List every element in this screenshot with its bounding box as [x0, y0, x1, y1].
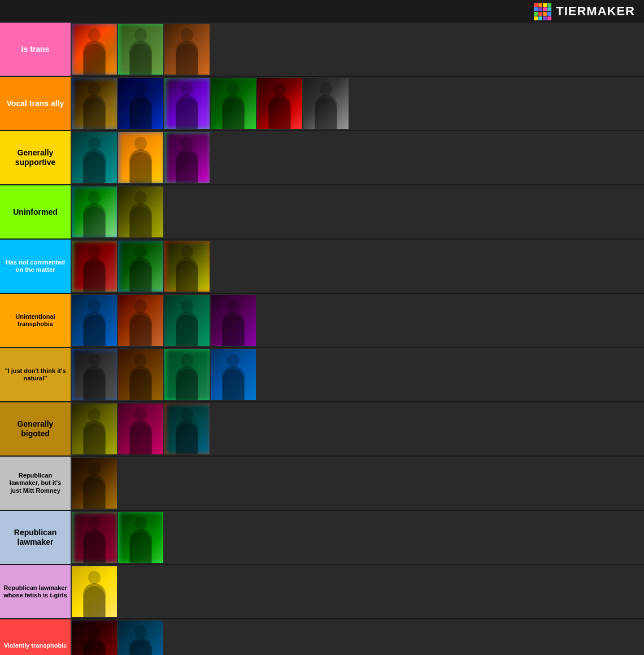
logo-cell: [538, 3, 542, 7]
character-card[interactable]: [211, 78, 256, 129]
logo-grid: [534, 3, 551, 20]
tier-images-generally-supportive: [71, 131, 644, 184]
logo-cell: [547, 3, 551, 7]
character-card[interactable]: [72, 566, 117, 617]
character-card[interactable]: [164, 132, 210, 183]
tier-images-vocal-ally: [71, 77, 644, 130]
app-container: TieRMaKeR Is transVocal trans allyGenera…: [0, 0, 644, 655]
tier-images-unintentional: [71, 294, 644, 347]
character-card[interactable]: [164, 24, 210, 75]
tier-images-just-dont-think: [71, 348, 644, 401]
character-card[interactable]: [118, 349, 163, 400]
logo-cell: [534, 16, 538, 20]
tier-row-republican-fetish: Republican lawmaker whose fetish is t-gi…: [0, 565, 644, 619]
tier-list: Is transVocal trans allyGenerally suppor…: [0, 23, 644, 655]
tier-row-has-not-commented: Has not commented on the matter: [0, 240, 644, 294]
tier-images-generally-bigoted: [71, 402, 644, 456]
tier-row-unintentional: Unintentional transphobia: [0, 294, 644, 348]
tier-label-republican-mitt: Republican lawmaker, but it's just Mitt …: [0, 457, 71, 510]
character-card[interactable]: [72, 24, 117, 75]
character-card[interactable]: [72, 78, 117, 129]
character-card[interactable]: [72, 132, 117, 183]
header: TieRMaKeR: [0, 0, 644, 23]
tier-row-republican-lawmaker: Republican lawmaker: [0, 511, 644, 565]
logo-cell: [538, 12, 542, 16]
logo-cell: [543, 16, 547, 20]
tier-images-republican-fetish: [71, 565, 644, 618]
logo-cell: [534, 3, 538, 7]
character-card[interactable]: [118, 186, 163, 237]
tier-label-is-trans: Is trans: [0, 23, 71, 76]
character-card[interactable]: [118, 512, 163, 563]
tier-label-unintentional: Unintentional transphobia: [0, 294, 71, 347]
tier-row-generally-bigoted: Generally bigoted: [0, 402, 644, 457]
tier-label-violently: Violently transphobic: [0, 619, 71, 655]
character-card[interactable]: [118, 78, 163, 129]
character-card[interactable]: [257, 78, 302, 129]
tier-label-generally-bigoted: Generally bigoted: [0, 402, 71, 456]
character-card[interactable]: [72, 621, 117, 655]
character-card[interactable]: [72, 241, 117, 292]
tier-images-republican-mitt: [71, 457, 644, 510]
tier-images-has-not-commented: [71, 240, 644, 293]
logo-cell: [547, 7, 551, 11]
tier-row-republican-mitt: Republican lawmaker, but it's just Mitt …: [0, 457, 644, 511]
tier-row-uninformed: Uninformed: [0, 185, 644, 240]
character-card[interactable]: [164, 404, 210, 454]
tier-label-uninformed: Uninformed: [0, 185, 71, 238]
logo-cell: [547, 16, 551, 20]
tier-images-is-trans: [71, 23, 644, 76]
tier-images-uninformed: [71, 185, 644, 238]
character-card[interactable]: [72, 349, 117, 400]
character-card[interactable]: [118, 621, 163, 655]
logo-cell: [534, 12, 538, 16]
character-card[interactable]: [211, 349, 256, 400]
logo-cell: [534, 7, 538, 11]
tier-row-just-dont-think: "I just don't think it's natural": [0, 348, 644, 402]
logo-cell: [538, 16, 542, 20]
logo-cell: [543, 3, 547, 7]
tier-row-is-trans: Is trans: [0, 23, 644, 77]
character-card[interactable]: [72, 404, 117, 454]
tier-row-generally-supportive: Generally supportive: [0, 131, 644, 185]
tier-label-has-not-commented: Has not commented on the matter: [0, 240, 71, 293]
character-card[interactable]: [118, 24, 163, 75]
character-card[interactable]: [164, 78, 210, 129]
character-card[interactable]: [164, 295, 210, 346]
character-card[interactable]: [303, 78, 349, 129]
tier-images-violently: [71, 619, 644, 655]
tier-label-vocal-ally: Vocal trans ally: [0, 77, 71, 130]
character-card[interactable]: [211, 295, 256, 346]
character-card[interactable]: [164, 241, 210, 292]
character-card[interactable]: [118, 295, 163, 346]
tier-images-republican-lawmaker: [71, 511, 644, 564]
tier-label-just-dont-think: "I just don't think it's natural": [0, 348, 71, 401]
character-card[interactable]: [72, 186, 117, 237]
character-card[interactable]: [72, 458, 117, 509]
logo-cell: [547, 12, 551, 16]
logo-cell: [543, 12, 547, 16]
tier-row-violently: Violently transphobic: [0, 619, 644, 655]
logo-cell: [538, 7, 542, 11]
tier-label-republican-lawmaker: Republican lawmaker: [0, 511, 71, 564]
logo-cell: [543, 7, 547, 11]
character-card[interactable]: [118, 404, 163, 454]
tiermaker-logo: TieRMaKeR: [534, 3, 635, 20]
tier-label-generally-supportive: Generally supportive: [0, 131, 71, 184]
character-card[interactable]: [72, 295, 117, 346]
tier-label-republican-fetish: Republican lawmaker whose fetish is t-gi…: [0, 565, 71, 618]
tier-row-vocal-ally: Vocal trans ally: [0, 77, 644, 131]
logo-text: TieRMaKeR: [556, 4, 635, 19]
character-card[interactable]: [118, 241, 163, 292]
character-card[interactable]: [164, 349, 210, 400]
character-card[interactable]: [118, 132, 163, 183]
character-card[interactable]: [72, 512, 117, 563]
